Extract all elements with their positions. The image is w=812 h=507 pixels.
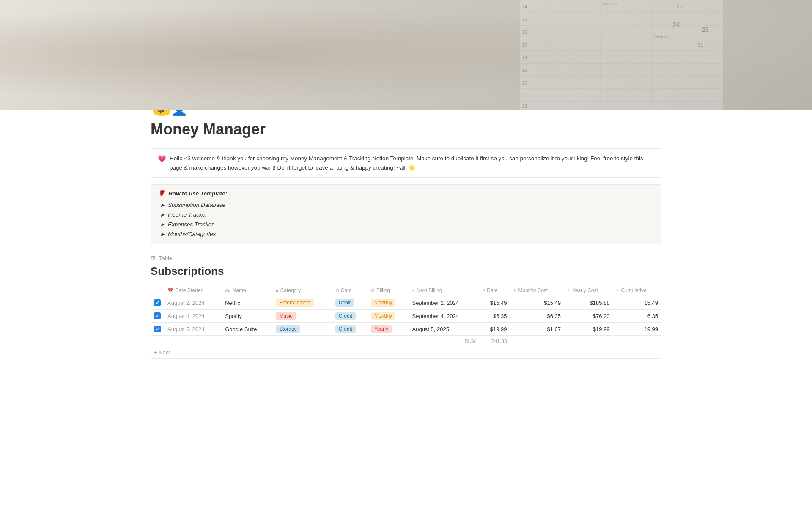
row-date-started: August 2, 2024 [164,296,222,310]
how-to-icon: 🌹 [158,190,165,197]
how-to-item[interactable]: ▶Subscription Database [161,200,654,210]
col-header-card: ⊙Card [332,285,368,296]
checkbox-checked[interactable] [154,312,161,319]
how-to-list: ▶Subscription Database▶Income Tracker▶Ex… [158,200,654,239]
table-header-row: 📅Date Started AaName ≡Category ⊙Card ⊙Bi… [151,285,661,296]
row-category: Music [272,310,332,323]
col-header-cumulative: ΣCumulative [613,285,661,296]
svg-text:16: 16 [522,30,527,35]
svg-text:19: 19 [522,68,527,73]
row-yearly-cost: $185.88 [564,296,613,310]
row-monthly-cost: $1.67 [510,323,565,336]
row-name: Spotify [222,310,272,323]
how-to-item[interactable]: ▶Months/Categories [161,229,654,239]
row-cumulative: 15.49 [613,296,661,310]
category-tag: Storage [276,325,300,333]
table-icon: ⊞ [151,255,156,261]
row-card: Debit [332,296,368,310]
col-header-name: AaName [222,285,272,296]
how-to-item[interactable]: ▶Expenses Tracker [161,219,654,229]
col-header-billing: ⊙Billing [368,285,409,296]
sum-label: SUM [151,336,479,347]
page-title: Money Manager [151,120,661,138]
add-new-label[interactable]: + New [151,347,661,359]
row-billing: Monthly [368,296,409,310]
checkbox-checked[interactable] [154,299,161,306]
category-tag: Music [276,312,296,320]
row-category: Entertainment [272,296,332,310]
billing-tag: Monthly [371,312,395,320]
row-date-started: August 4, 2024 [164,310,222,323]
row-next-billing: September 2, 2024 [409,296,480,310]
row-rate: $6.35 [479,310,510,323]
table-row[interactable]: August 2, 2024 Netflix Entertainment Deb… [151,296,661,310]
hero-calendar-decor: 14 15 16 17 18 19 20 21 22 Week 28 Week … [516,0,727,110]
subscriptions-title: Subscriptions [151,265,661,278]
row-yearly-cost: $19.99 [564,323,613,336]
row-category: Storage [272,323,332,336]
col-header-yearly-cost: ΣYearly Cost [564,285,613,296]
row-monthly-cost: $15.49 [510,296,565,310]
sum-row: SUM $41.83 [151,336,661,347]
hero-banner: 14 15 16 17 18 19 20 21 22 Week 28 Week … [0,0,812,110]
svg-text:24: 24 [672,22,680,29]
col-header-monthly-cost: ΣMonthly Cost [510,285,565,296]
svg-text:15: 15 [522,17,527,22]
welcome-box: 💗 Hello <3 welcome & thank you for choos… [151,148,661,178]
card-tag: Credit [335,312,356,320]
svg-text:23: 23 [702,26,709,33]
row-name: Google Suite [222,323,272,336]
row-cumulative: 6.35 [613,310,661,323]
svg-text:Week 29: Week 29 [653,35,668,39]
svg-text:20: 20 [522,81,527,85]
table-section-label[interactable]: ⊞ Table [151,255,661,261]
subscriptions-table: 📅Date Started AaName ≡Category ⊙Card ⊙Bi… [151,285,661,359]
table-label-text: Table [159,255,172,261]
checkbox-checked[interactable] [154,326,161,332]
row-billing: Yearly [368,323,409,336]
col-header-checkbox [151,285,164,296]
row-name: Netflix [222,296,272,310]
col-header-rate: #Rate [479,285,510,296]
card-tag: Debit [335,299,354,307]
col-header-next-billing: ΣNext Billing [409,285,480,296]
row-next-billing: August 5, 2025 [409,323,480,336]
add-row[interactable]: + New [151,347,661,359]
table-row[interactable]: August 4, 2024 Spotify Music Credit Mont… [151,310,661,323]
svg-text:21: 21 [522,93,527,98]
svg-text:14: 14 [522,5,527,9]
welcome-icon: 💗 [158,155,166,163]
triangle-icon: ▶ [161,222,165,227]
svg-text:31: 31 [698,42,704,48]
col-header-category: ≡Category [272,285,332,296]
svg-rect-0 [520,0,723,110]
col-header-date-started: 📅Date Started [164,285,222,296]
svg-text:18: 18 [522,55,527,60]
row-checkbox[interactable] [151,323,164,336]
row-rate: $19.99 [479,323,510,336]
svg-text:25: 25 [677,4,683,10]
triangle-icon: ▶ [161,203,165,207]
card-tag: Credit [335,325,356,333]
svg-text:17: 17 [522,43,527,47]
billing-tag: Yearly [371,325,392,333]
sum-value: $41.83 [479,336,510,347]
svg-text:22: 22 [522,104,527,109]
triangle-icon: ▶ [161,212,165,217]
svg-text:Week 28: Week 28 [603,2,617,6]
how-to-title: 🌹 How to use Template: [158,190,654,197]
how-to-box: 🌹 How to use Template: ▶Subscription Dat… [151,184,661,244]
table-row[interactable]: August 5, 2024 Google Suite Storage Cred… [151,323,661,336]
how-to-item[interactable]: ▶Income Tracker [161,210,654,219]
row-billing: Monthly [368,310,409,323]
billing-tag: Monthly [371,299,395,307]
category-tag: Entertainment [276,299,314,307]
row-checkbox[interactable] [151,310,164,323]
row-rate: $15.49 [479,296,510,310]
triangle-icon: ▶ [161,232,165,236]
row-cumulative: 19.99 [613,323,661,336]
row-date-started: August 5, 2024 [164,323,222,336]
row-checkbox[interactable] [151,296,164,310]
row-yearly-cost: $76.20 [564,310,613,323]
how-to-title-text: How to use Template: [168,190,227,197]
